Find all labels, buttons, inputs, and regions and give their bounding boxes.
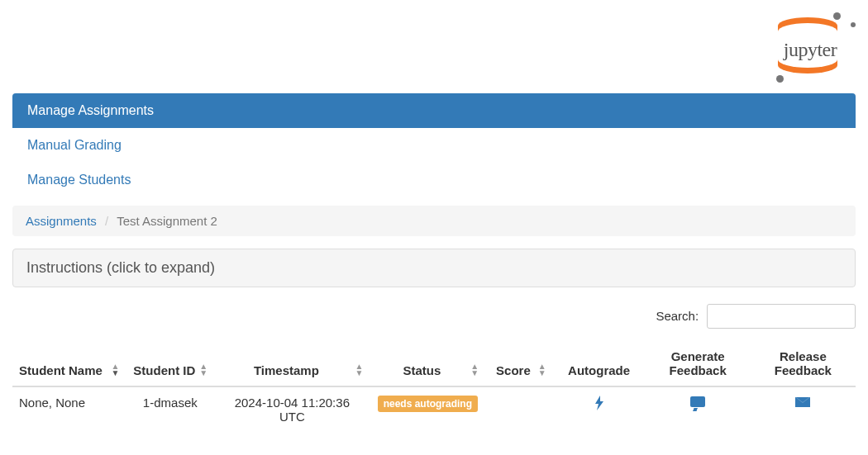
sort-icon: ▲▼ [199,363,207,377]
col-student-name[interactable]: Student Name ▲▼ [12,341,126,386]
envelope-icon [795,397,810,407]
submissions-table: Student Name ▲▼ Student ID ▲▼ Timestamp … [12,341,856,432]
nav-list: Manage Assignments Manual Grading Manage… [12,93,856,197]
col-generate-feedback: Generate Feedback [646,341,751,386]
cell-status: needs autograding [370,386,485,432]
cell-student-name: None, None [12,386,126,432]
th-label: Score [496,363,531,377]
th-label: Status [403,363,441,377]
cell-student-id: 1-dmasek [126,386,214,432]
breadcrumb-separator: / [100,214,113,228]
generate-feedback-button[interactable] [690,396,705,410]
search-row: Search: [12,304,856,329]
th-label: Student ID [133,363,195,377]
col-timestamp[interactable]: Timestamp ▲▼ [214,341,370,386]
logo-area: jupyter [12,4,856,93]
cell-generate-feedback [646,386,751,432]
sort-icon: ▲▼ [111,363,119,377]
comment-icon [690,396,705,407]
cell-release-feedback [751,386,856,432]
th-label: Student Name [19,363,103,377]
autograde-button[interactable] [594,396,605,414]
nav-manage-assignments[interactable]: Manage Assignments [12,93,856,128]
cell-timestamp: 2024-10-04 11:20:36 UTC [214,386,370,432]
lightning-icon [594,396,605,410]
th-label: Generate Feedback [670,349,727,377]
nav-manage-students[interactable]: Manage Students [12,163,856,197]
breadcrumb-current: Test Assignment 2 [117,214,217,228]
th-label: Release Feedback [775,349,832,377]
table-row: None, None 1-dmasek 2024-10-04 11:20:36 … [12,386,856,432]
col-autograde: Autograde [553,341,646,386]
search-input[interactable] [707,304,856,329]
th-label: Autograde [568,363,630,377]
th-label: Timestamp [254,363,319,377]
col-score[interactable]: Score ▲▼ [485,341,552,386]
col-status[interactable]: Status ▲▼ [370,341,485,386]
instructions-heading: Instructions (click to expand) [13,249,855,287]
breadcrumb: Assignments / Test Assignment 2 [12,206,856,236]
logo-text: jupyter [765,39,856,61]
sort-icon: ▲▼ [470,363,479,377]
nav-label: Manual Grading [27,138,122,152]
sort-icon: ▲▼ [355,363,364,377]
release-feedback-button[interactable] [795,396,810,410]
breadcrumb-root[interactable]: Assignments [26,214,97,228]
col-student-id[interactable]: Student ID ▲▼ [126,341,214,386]
status-badge: needs autograding [378,396,478,412]
nav-label: Manage Assignments [27,103,154,117]
nav-manual-grading[interactable]: Manual Grading [12,128,856,163]
nav-label: Manage Students [27,173,131,187]
instructions-panel[interactable]: Instructions (click to expand) [12,249,856,287]
jupyter-logo: jupyter [765,12,856,83]
cell-score [485,386,552,432]
col-release-feedback: Release Feedback [751,341,856,386]
sort-icon: ▲▼ [538,363,546,377]
cell-autograde [553,386,646,432]
search-label: Search: [656,309,699,323]
